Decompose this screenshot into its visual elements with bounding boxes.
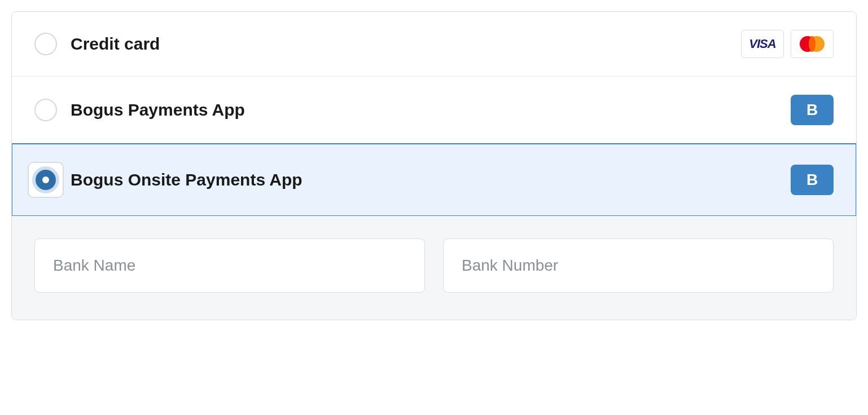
radio-bogus-onsite[interactable]	[28, 162, 64, 198]
bogus-payments-label: Bogus Payments App	[71, 100, 791, 120]
payment-option-credit-card[interactable]: Credit card VISA	[12, 12, 856, 77]
bogus-payments-badges: B	[791, 95, 834, 125]
bank-number-input[interactable]	[443, 239, 834, 293]
bogus-onsite-badges: B	[791, 165, 834, 195]
payment-method-selector: Credit card VISA Bogus Payments App B	[11, 11, 857, 320]
payment-option-bogus-payments[interactable]: Bogus Payments App B	[12, 77, 856, 144]
bank-name-input[interactable]	[34, 239, 425, 293]
radio-checked-icon	[32, 166, 59, 193]
credit-card-badges: VISA	[741, 30, 834, 58]
visa-icon: VISA	[741, 30, 784, 58]
mastercard-icon	[791, 30, 834, 58]
radio-credit-card[interactable]	[34, 33, 57, 55]
onsite-payment-form	[12, 216, 856, 320]
bogus-onsite-label: Bogus Onsite Payments App	[71, 170, 791, 189]
radio-unchecked-icon	[34, 33, 57, 55]
credit-card-label: Credit card	[71, 34, 741, 54]
radio-bogus-payments[interactable]	[34, 99, 57, 121]
bogus-badge-icon: B	[791, 165, 834, 195]
payment-option-bogus-onsite[interactable]: Bogus Onsite Payments App B	[11, 143, 857, 217]
bogus-badge-icon: B	[791, 95, 834, 125]
radio-unchecked-icon	[34, 99, 57, 121]
